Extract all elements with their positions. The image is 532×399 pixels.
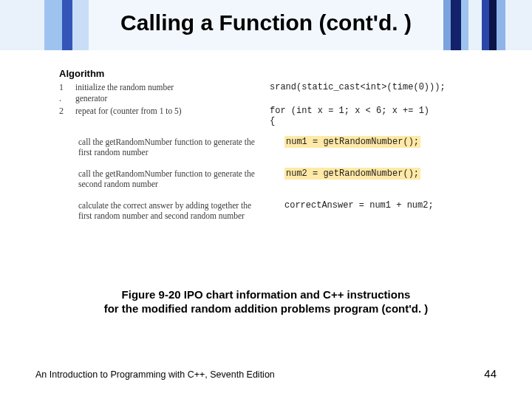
pseudo-block: calculate the correct answer by adding t… [78,200,264,222]
pseudo-step: initialize the random number [75,82,174,92]
code-line-highlighted: num1 = getRandomNumber(); [284,137,473,147]
pseudo-block: call the getRandomNumber function to gen… [78,137,264,158]
code-line: srand(static_cast<int>(time(0))); [270,82,473,92]
page-number: 44 [484,367,497,380]
code-brace: { [270,116,473,126]
figure-caption: Figure 9-20 IPO chart information and C+… [0,288,532,316]
code-line: for (int x = 1; x < 6; x += 1) [270,106,473,116]
code-line: correctAnswer = num1 + num2; [284,200,473,211]
highlight: num1 = getRandomNumber(); [284,136,420,148]
highlight: num2 = getRandomNumber(); [284,168,420,180]
footer-book-title: An Introduction to Programming with C++,… [35,369,275,380]
pseudo-step: repeat for (counter from 1 to 5) [75,106,182,116]
caption-line: for the modified random addition problem… [104,302,429,315]
pseudo-step: generator [75,93,107,103]
figure-content: Algorithm 1 initialize the random number… [59,68,473,221]
slide-title: Calling a Function (cont'd. ) [0,10,532,35]
step-number: 1 [59,82,75,93]
step-number: . [59,93,75,104]
code-line-highlighted: num2 = getRandomNumber(); [284,168,473,179]
pseudo-block: call the getRandomNumber function to gen… [78,168,264,190]
caption-line: Figure 9-20 IPO chart information and C+… [122,288,411,301]
algorithm-heading: Algorithm [59,68,473,79]
step-number: 2 [59,106,75,117]
